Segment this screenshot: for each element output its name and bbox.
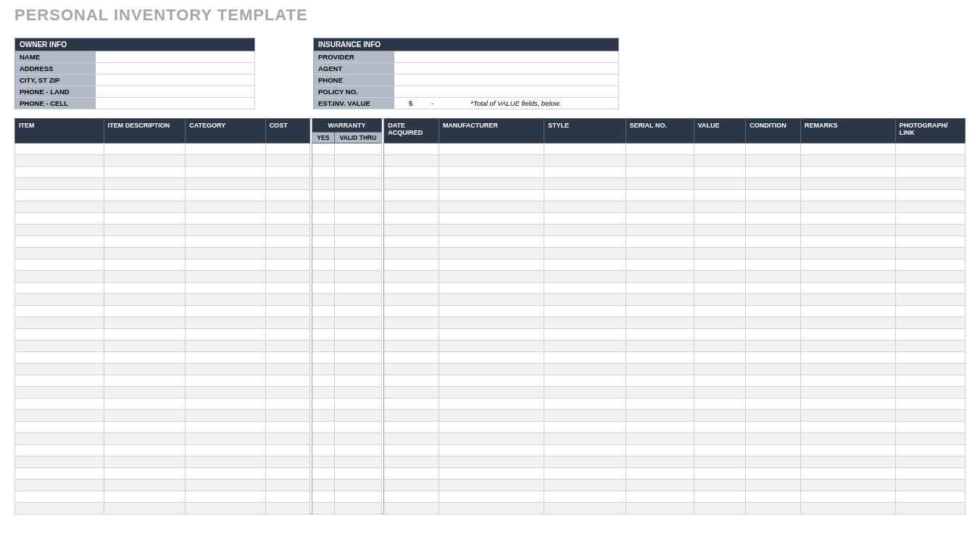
table-cell[interactable] bbox=[186, 306, 265, 317]
table-cell[interactable] bbox=[800, 352, 895, 364]
table-cell[interactable] bbox=[800, 422, 895, 433]
table-cell[interactable] bbox=[334, 480, 381, 491]
table-cell[interactable] bbox=[15, 456, 104, 468]
table-cell[interactable] bbox=[104, 364, 185, 375]
table-cell[interactable] bbox=[439, 201, 544, 213]
table-cell[interactable] bbox=[334, 259, 381, 271]
table-cell[interactable] bbox=[694, 236, 746, 248]
table-cell[interactable] bbox=[104, 445, 185, 456]
table-cell[interactable] bbox=[895, 190, 965, 201]
table-cell[interactable] bbox=[384, 491, 439, 503]
table-cell[interactable] bbox=[544, 190, 626, 201]
table-cell[interactable] bbox=[312, 294, 335, 306]
table-cell[interactable] bbox=[694, 410, 746, 422]
table-cell[interactable] bbox=[895, 306, 965, 317]
insurance-info-value[interactable] bbox=[394, 86, 619, 98]
table-cell[interactable] bbox=[186, 283, 265, 294]
owner-info-value[interactable] bbox=[96, 63, 255, 75]
table-cell[interactable] bbox=[265, 375, 310, 387]
table-cell[interactable] bbox=[694, 190, 746, 201]
table-cell[interactable] bbox=[544, 480, 626, 491]
table-cell[interactable] bbox=[544, 213, 626, 225]
table-cell[interactable] bbox=[544, 445, 626, 456]
table-cell[interactable] bbox=[626, 410, 694, 422]
table-cell[interactable] bbox=[265, 503, 310, 514]
table-cell[interactable] bbox=[439, 456, 544, 468]
table-cell[interactable] bbox=[746, 155, 801, 167]
table-cell[interactable] bbox=[626, 178, 694, 190]
table-cell[interactable] bbox=[104, 387, 185, 398]
table-cell[interactable] bbox=[334, 306, 381, 317]
table-cell[interactable] bbox=[334, 375, 381, 387]
table-cell[interactable] bbox=[544, 294, 626, 306]
table-cell[interactable] bbox=[265, 480, 310, 491]
table-cell[interactable] bbox=[15, 155, 104, 167]
table-cell[interactable] bbox=[334, 433, 381, 445]
table-cell[interactable] bbox=[694, 213, 746, 225]
table-cell[interactable] bbox=[746, 398, 801, 410]
table-cell[interactable] bbox=[544, 387, 626, 398]
table-cell[interactable] bbox=[15, 283, 104, 294]
table-cell[interactable] bbox=[800, 271, 895, 283]
table-cell[interactable] bbox=[694, 364, 746, 375]
table-cell[interactable] bbox=[439, 225, 544, 236]
table-cell[interactable] bbox=[384, 306, 439, 317]
table-cell[interactable] bbox=[265, 178, 310, 190]
table-cell[interactable] bbox=[104, 341, 185, 352]
table-cell[interactable] bbox=[746, 283, 801, 294]
table-cell[interactable] bbox=[265, 445, 310, 456]
table-cell[interactable] bbox=[312, 364, 335, 375]
table-cell[interactable] bbox=[334, 294, 381, 306]
table-cell[interactable] bbox=[186, 213, 265, 225]
table-cell[interactable] bbox=[694, 178, 746, 190]
table-cell[interactable] bbox=[312, 259, 335, 271]
table-cell[interactable] bbox=[312, 422, 335, 433]
table-cell[interactable] bbox=[895, 329, 965, 341]
table-cell[interactable] bbox=[746, 167, 801, 178]
table-cell[interactable] bbox=[895, 178, 965, 190]
table-cell[interactable] bbox=[800, 248, 895, 259]
table-cell[interactable] bbox=[265, 352, 310, 364]
table-cell[interactable] bbox=[439, 259, 544, 271]
table-cell[interactable] bbox=[265, 167, 310, 178]
table-cell[interactable] bbox=[15, 143, 104, 155]
table-cell[interactable] bbox=[384, 445, 439, 456]
table-cell[interactable] bbox=[746, 422, 801, 433]
table-cell[interactable] bbox=[312, 213, 335, 225]
table-cell[interactable] bbox=[15, 422, 104, 433]
table-cell[interactable] bbox=[544, 422, 626, 433]
table-cell[interactable] bbox=[15, 352, 104, 364]
table-cell[interactable] bbox=[186, 364, 265, 375]
table-cell[interactable] bbox=[265, 341, 310, 352]
table-cell[interactable] bbox=[334, 352, 381, 364]
table-cell[interactable] bbox=[800, 433, 895, 445]
table-cell[interactable] bbox=[186, 178, 265, 190]
table-cell[interactable] bbox=[746, 491, 801, 503]
table-cell[interactable] bbox=[746, 364, 801, 375]
table-cell[interactable] bbox=[186, 329, 265, 341]
table-cell[interactable] bbox=[15, 271, 104, 283]
table-cell[interactable] bbox=[312, 329, 335, 341]
table-cell[interactable] bbox=[15, 329, 104, 341]
table-cell[interactable] bbox=[544, 317, 626, 329]
table-cell[interactable] bbox=[334, 143, 381, 155]
table-cell[interactable] bbox=[544, 341, 626, 352]
table-cell[interactable] bbox=[895, 225, 965, 236]
table-cell[interactable] bbox=[746, 271, 801, 283]
table-cell[interactable] bbox=[544, 225, 626, 236]
table-cell[interactable] bbox=[15, 387, 104, 398]
table-cell[interactable] bbox=[334, 387, 381, 398]
table-cell[interactable] bbox=[312, 201, 335, 213]
table-cell[interactable] bbox=[626, 456, 694, 468]
table-cell[interactable] bbox=[895, 213, 965, 225]
table-cell[interactable] bbox=[265, 271, 310, 283]
table-cell[interactable] bbox=[265, 201, 310, 213]
table-cell[interactable] bbox=[384, 375, 439, 387]
table-cell[interactable] bbox=[626, 433, 694, 445]
table-cell[interactable] bbox=[384, 283, 439, 294]
table-cell[interactable] bbox=[626, 329, 694, 341]
table-cell[interactable] bbox=[895, 503, 965, 514]
table-cell[interactable] bbox=[626, 155, 694, 167]
table-cell[interactable] bbox=[746, 236, 801, 248]
table-cell[interactable] bbox=[334, 445, 381, 456]
